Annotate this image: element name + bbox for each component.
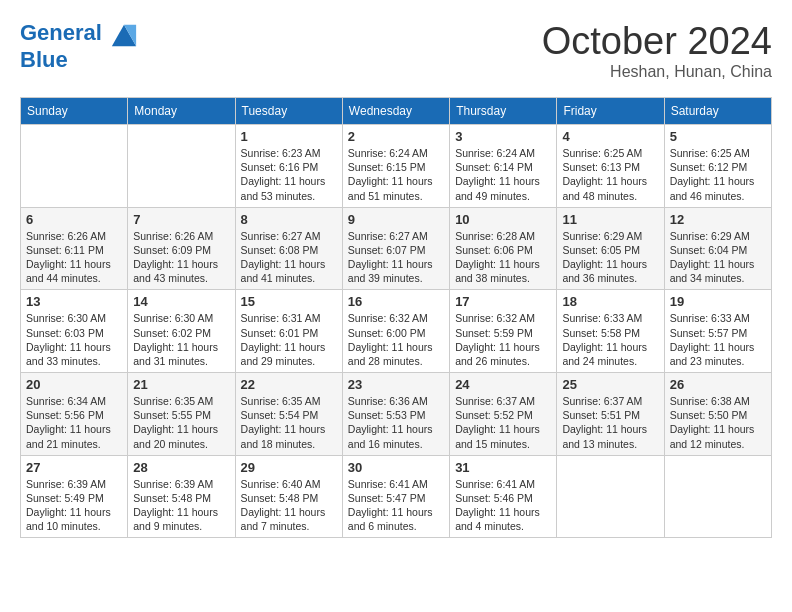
calendar-cell: 5Sunrise: 6:25 AMSunset: 6:12 PMDaylight… bbox=[664, 125, 771, 208]
location-title: Heshan, Hunan, China bbox=[542, 63, 772, 81]
day-number: 21 bbox=[133, 377, 229, 392]
calendar-cell: 3Sunrise: 6:24 AMSunset: 6:14 PMDaylight… bbox=[450, 125, 557, 208]
day-of-week-header: Tuesday bbox=[235, 98, 342, 125]
day-info: Sunrise: 6:37 AMSunset: 5:52 PMDaylight:… bbox=[455, 394, 551, 451]
calendar-cell: 19Sunrise: 6:33 AMSunset: 5:57 PMDayligh… bbox=[664, 290, 771, 373]
day-number: 4 bbox=[562, 129, 658, 144]
day-info: Sunrise: 6:36 AMSunset: 5:53 PMDaylight:… bbox=[348, 394, 444, 451]
day-number: 26 bbox=[670, 377, 766, 392]
page-header: General Blue October 2024 Heshan, Hunan,… bbox=[20, 20, 772, 81]
calendar-cell: 23Sunrise: 6:36 AMSunset: 5:53 PMDayligh… bbox=[342, 373, 449, 456]
day-info: Sunrise: 6:37 AMSunset: 5:51 PMDaylight:… bbox=[562, 394, 658, 451]
day-number: 20 bbox=[26, 377, 122, 392]
day-info: Sunrise: 6:31 AMSunset: 6:01 PMDaylight:… bbox=[241, 311, 337, 368]
day-info: Sunrise: 6:41 AMSunset: 5:46 PMDaylight:… bbox=[455, 477, 551, 534]
day-info: Sunrise: 6:33 AMSunset: 5:57 PMDaylight:… bbox=[670, 311, 766, 368]
calendar-cell: 30Sunrise: 6:41 AMSunset: 5:47 PMDayligh… bbox=[342, 455, 449, 538]
day-info: Sunrise: 6:26 AMSunset: 6:09 PMDaylight:… bbox=[133, 229, 229, 286]
day-of-week-header: Monday bbox=[128, 98, 235, 125]
day-of-week-header: Saturday bbox=[664, 98, 771, 125]
day-number: 19 bbox=[670, 294, 766, 309]
calendar-cell: 25Sunrise: 6:37 AMSunset: 5:51 PMDayligh… bbox=[557, 373, 664, 456]
calendar-week-row: 1Sunrise: 6:23 AMSunset: 6:16 PMDaylight… bbox=[21, 125, 772, 208]
logo-text: General bbox=[20, 20, 138, 48]
day-number: 11 bbox=[562, 212, 658, 227]
day-number: 16 bbox=[348, 294, 444, 309]
calendar-week-row: 27Sunrise: 6:39 AMSunset: 5:49 PMDayligh… bbox=[21, 455, 772, 538]
day-number: 5 bbox=[670, 129, 766, 144]
calendar-cell bbox=[557, 455, 664, 538]
calendar-cell: 9Sunrise: 6:27 AMSunset: 6:07 PMDaylight… bbox=[342, 207, 449, 290]
day-number: 23 bbox=[348, 377, 444, 392]
title-block: October 2024 Heshan, Hunan, China bbox=[542, 20, 772, 81]
day-number: 28 bbox=[133, 460, 229, 475]
day-of-week-header: Wednesday bbox=[342, 98, 449, 125]
day-info: Sunrise: 6:33 AMSunset: 5:58 PMDaylight:… bbox=[562, 311, 658, 368]
day-number: 14 bbox=[133, 294, 229, 309]
calendar-cell: 13Sunrise: 6:30 AMSunset: 6:03 PMDayligh… bbox=[21, 290, 128, 373]
calendar-cell: 22Sunrise: 6:35 AMSunset: 5:54 PMDayligh… bbox=[235, 373, 342, 456]
day-info: Sunrise: 6:34 AMSunset: 5:56 PMDaylight:… bbox=[26, 394, 122, 451]
calendar-cell: 4Sunrise: 6:25 AMSunset: 6:13 PMDaylight… bbox=[557, 125, 664, 208]
day-of-week-header: Friday bbox=[557, 98, 664, 125]
day-number: 6 bbox=[26, 212, 122, 227]
day-number: 8 bbox=[241, 212, 337, 227]
calendar-cell: 18Sunrise: 6:33 AMSunset: 5:58 PMDayligh… bbox=[557, 290, 664, 373]
day-number: 15 bbox=[241, 294, 337, 309]
calendar-cell: 28Sunrise: 6:39 AMSunset: 5:48 PMDayligh… bbox=[128, 455, 235, 538]
calendar-cell: 16Sunrise: 6:32 AMSunset: 6:00 PMDayligh… bbox=[342, 290, 449, 373]
day-info: Sunrise: 6:38 AMSunset: 5:50 PMDaylight:… bbox=[670, 394, 766, 451]
day-info: Sunrise: 6:39 AMSunset: 5:48 PMDaylight:… bbox=[133, 477, 229, 534]
day-info: Sunrise: 6:35 AMSunset: 5:55 PMDaylight:… bbox=[133, 394, 229, 451]
day-number: 25 bbox=[562, 377, 658, 392]
day-info: Sunrise: 6:27 AMSunset: 6:08 PMDaylight:… bbox=[241, 229, 337, 286]
day-number: 9 bbox=[348, 212, 444, 227]
day-info: Sunrise: 6:28 AMSunset: 6:06 PMDaylight:… bbox=[455, 229, 551, 286]
day-info: Sunrise: 6:41 AMSunset: 5:47 PMDaylight:… bbox=[348, 477, 444, 534]
calendar-cell: 8Sunrise: 6:27 AMSunset: 6:08 PMDaylight… bbox=[235, 207, 342, 290]
day-info: Sunrise: 6:32 AMSunset: 5:59 PMDaylight:… bbox=[455, 311, 551, 368]
day-info: Sunrise: 6:39 AMSunset: 5:49 PMDaylight:… bbox=[26, 477, 122, 534]
calendar-header: SundayMondayTuesdayWednesdayThursdayFrid… bbox=[21, 98, 772, 125]
calendar-cell: 10Sunrise: 6:28 AMSunset: 6:06 PMDayligh… bbox=[450, 207, 557, 290]
calendar-cell: 12Sunrise: 6:29 AMSunset: 6:04 PMDayligh… bbox=[664, 207, 771, 290]
day-info: Sunrise: 6:29 AMSunset: 6:04 PMDaylight:… bbox=[670, 229, 766, 286]
calendar-cell bbox=[664, 455, 771, 538]
calendar-week-row: 13Sunrise: 6:30 AMSunset: 6:03 PMDayligh… bbox=[21, 290, 772, 373]
day-info: Sunrise: 6:27 AMSunset: 6:07 PMDaylight:… bbox=[348, 229, 444, 286]
day-number: 1 bbox=[241, 129, 337, 144]
day-info: Sunrise: 6:32 AMSunset: 6:00 PMDaylight:… bbox=[348, 311, 444, 368]
day-info: Sunrise: 6:29 AMSunset: 6:05 PMDaylight:… bbox=[562, 229, 658, 286]
day-info: Sunrise: 6:26 AMSunset: 6:11 PMDaylight:… bbox=[26, 229, 122, 286]
calendar-cell: 21Sunrise: 6:35 AMSunset: 5:55 PMDayligh… bbox=[128, 373, 235, 456]
day-number: 30 bbox=[348, 460, 444, 475]
logo: General Blue bbox=[20, 20, 138, 72]
day-info: Sunrise: 6:25 AMSunset: 6:13 PMDaylight:… bbox=[562, 146, 658, 203]
day-of-week-header: Sunday bbox=[21, 98, 128, 125]
day-number: 24 bbox=[455, 377, 551, 392]
calendar-cell bbox=[128, 125, 235, 208]
day-number: 22 bbox=[241, 377, 337, 392]
calendar-table: SundayMondayTuesdayWednesdayThursdayFrid… bbox=[20, 97, 772, 538]
day-number: 17 bbox=[455, 294, 551, 309]
logo-icon bbox=[110, 20, 138, 48]
calendar-cell: 27Sunrise: 6:39 AMSunset: 5:49 PMDayligh… bbox=[21, 455, 128, 538]
day-number: 7 bbox=[133, 212, 229, 227]
calendar-body: 1Sunrise: 6:23 AMSunset: 6:16 PMDaylight… bbox=[21, 125, 772, 538]
day-header-row: SundayMondayTuesdayWednesdayThursdayFrid… bbox=[21, 98, 772, 125]
day-info: Sunrise: 6:24 AMSunset: 6:14 PMDaylight:… bbox=[455, 146, 551, 203]
day-info: Sunrise: 6:24 AMSunset: 6:15 PMDaylight:… bbox=[348, 146, 444, 203]
calendar-cell: 11Sunrise: 6:29 AMSunset: 6:05 PMDayligh… bbox=[557, 207, 664, 290]
calendar-cell: 1Sunrise: 6:23 AMSunset: 6:16 PMDaylight… bbox=[235, 125, 342, 208]
day-number: 10 bbox=[455, 212, 551, 227]
calendar-cell: 31Sunrise: 6:41 AMSunset: 5:46 PMDayligh… bbox=[450, 455, 557, 538]
day-number: 2 bbox=[348, 129, 444, 144]
day-number: 27 bbox=[26, 460, 122, 475]
calendar-cell: 6Sunrise: 6:26 AMSunset: 6:11 PMDaylight… bbox=[21, 207, 128, 290]
day-number: 18 bbox=[562, 294, 658, 309]
calendar-cell bbox=[21, 125, 128, 208]
calendar-cell: 29Sunrise: 6:40 AMSunset: 5:48 PMDayligh… bbox=[235, 455, 342, 538]
day-info: Sunrise: 6:35 AMSunset: 5:54 PMDaylight:… bbox=[241, 394, 337, 451]
day-number: 13 bbox=[26, 294, 122, 309]
day-number: 12 bbox=[670, 212, 766, 227]
